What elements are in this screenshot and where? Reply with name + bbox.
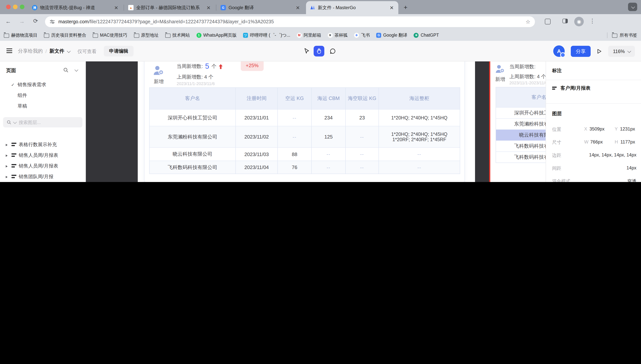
tab-close-icon[interactable]: ✕ — [113, 5, 119, 10]
frame-icon — [12, 164, 16, 168]
search-icon — [6, 120, 12, 125]
side-panel-icon[interactable] — [562, 19, 568, 23]
breadcrumb: 分享给我的 / 新文件 — [18, 48, 70, 54]
hand-tool-button[interactable] — [314, 46, 324, 56]
bookmark-item[interactable]: ツ哔哩哔哩 (゜-゜)つ... — [243, 32, 290, 38]
present-play-button[interactable] — [594, 46, 604, 56]
stat-icon-label: 新增 — [154, 78, 164, 85]
table-row: 飞科数码科技有限公司 — [496, 140, 546, 152]
window-zoom-button[interactable] — [20, 4, 24, 9]
feishu-icon: ✈ — [354, 32, 359, 38]
design-canvas[interactable]: 新增 当周新增数: 5 个 +25% 上周新增数: 4 个 2023/11/1-… — [86, 62, 546, 182]
bookmark-star-icon[interactable]: ☆ — [526, 19, 530, 25]
table-row: 深圳开心科技工贸公司 — [496, 107, 546, 118]
search-input[interactable] — [18, 119, 62, 125]
width-value[interactable]: 766px — [590, 139, 603, 144]
chevron-down-icon[interactable] — [13, 120, 17, 124]
y-value[interactable]: 1231px — [620, 126, 635, 132]
clipped-table: 客户名 深圳开心科技工贸公司 东莞濑粉科技有限公司 晓云科技有限公司 飞科数码科… — [496, 87, 546, 163]
gap-value[interactable]: 14px — [626, 165, 636, 170]
new-tab-button[interactable]: + — [404, 4, 408, 12]
tab-title: 全部订单 - 赫德国际物流订舱系 — [136, 4, 203, 11]
translate-icon: G — [220, 5, 226, 10]
layer-search-box[interactable] — [3, 117, 82, 128]
chevron-down-icon[interactable] — [74, 68, 78, 72]
bilibili-icon: ツ — [243, 32, 248, 38]
cursor-tool-button[interactable] — [302, 46, 312, 56]
frame-icon — [12, 154, 16, 158]
selected-layer-name[interactable]: 客户周/月报表 — [560, 85, 590, 92]
search-icon[interactable] — [63, 67, 69, 74]
address-bar[interactable]: mastergo.com/file/122247377244379?page_i… — [45, 16, 535, 27]
gap-label: 间距 — [552, 165, 561, 172]
reload-icon[interactable]: ⟳ — [33, 18, 38, 24]
bookmark-item[interactable]: MAC使用技巧 — [93, 32, 127, 38]
expander-icon[interactable] — [6, 176, 8, 178]
share-button[interactable]: 分享 — [571, 46, 591, 57]
zoom-level-dropdown[interactable]: 116% — [608, 46, 635, 57]
bookmark-item[interactable]: 1WhatsApp网页版 — [196, 32, 236, 38]
bookmark-item[interactable]: ✕茶杯狐 — [328, 32, 348, 38]
blend-mode-value[interactable]: 穿透 — [627, 178, 636, 182]
bookmark-item[interactable]: GGoogle 翻译 — [376, 32, 407, 38]
layer-item[interactable]: 销售团队周/月报 — [0, 172, 86, 182]
layers-sidebar: 页面 ✓ 销售报表需求 组件 草稿 表格行数展示补充 销售人员周/月报表 销售人… — [0, 62, 86, 182]
profile-avatar[interactable]: ◉ — [574, 17, 584, 26]
margin-label: 边距 — [552, 152, 561, 159]
request-edit-button[interactable]: 申请编辑 — [104, 46, 134, 56]
artboard-customer-report[interactable]: 新增 当周新增数: 5 个 +25% 上周新增数: 4 个 2023/11/1-… — [138, 62, 475, 182]
tab-title: Google 翻译 — [228, 4, 292, 11]
x-value[interactable]: 3509px — [590, 126, 604, 132]
file-name[interactable]: 新文件 — [50, 48, 64, 54]
artboard-customer-report-selected[interactable]: 新增 当周新增数: 上周新增数: 4 个 2023/11/1-2023/11/6… — [489, 62, 546, 182]
expander-icon[interactable] — [6, 165, 8, 167]
browser-tab-active[interactable]: 新文件 - MasterGo ✕ — [306, 1, 398, 14]
bookmark-item[interactable]: ✳ChatGPT — [414, 32, 439, 38]
breadcrumb-root[interactable]: 分享给我的 — [18, 48, 43, 54]
browser-tab[interactable]: ▲ 全部订单 - 赫德国际物流订舱系 ✕ — [124, 1, 215, 14]
browser-tab[interactable]: G Google 翻译 ✕ — [217, 1, 304, 14]
bookmark-item[interactable]: 原型地址 — [134, 32, 158, 38]
layer-item[interactable]: 表格行数展示补充 — [0, 140, 86, 150]
frame-icon — [12, 143, 16, 147]
forward-icon[interactable]: → — [19, 18, 25, 24]
window-minimize-button[interactable] — [13, 4, 18, 9]
expander-icon[interactable] — [6, 144, 8, 146]
bookmark-item[interactable]: 技术网站 — [165, 32, 190, 38]
column-header: 客户名 — [150, 88, 236, 109]
height-value[interactable]: 1177px — [620, 139, 635, 144]
expander-icon[interactable] — [6, 154, 8, 157]
browser-tab[interactable]: 禅 物流管理系统-提Bug - 禅道 ✕ — [28, 1, 123, 14]
comment-tool-button[interactable] — [327, 46, 338, 56]
all-bookmarks[interactable]: 所有书签 — [607, 32, 637, 38]
stat-line-previous: 上周新增数: 4 个 — [177, 74, 213, 80]
bookmark-item[interactable]: 历史项目资料整合 — [44, 32, 86, 38]
page-item[interactable]: 草稿 — [0, 101, 86, 111]
url-text: mastergo.com/file/122247377244379?page_i… — [58, 19, 522, 24]
tab-search-button[interactable] — [628, 3, 637, 11]
bookmark-item[interactable]: 赫德物流项目 — [4, 32, 38, 38]
extensions-icon[interactable] — [545, 19, 550, 24]
bookmark-item[interactable]: ✈飞书 — [354, 32, 370, 38]
margin-value[interactable]: 14px, 14px, 14px, 14px — [589, 152, 636, 158]
main-menu-icon[interactable] — [6, 48, 12, 54]
layer-item[interactable]: 销售人员周/月报表 — [0, 150, 86, 161]
site-settings-icon[interactable] — [50, 19, 55, 24]
page-item[interactable]: ✓ 销售报表需求 — [0, 80, 86, 90]
layer-item[interactable]: 销售人员周/月报表 — [0, 161, 86, 171]
chevron-down-icon[interactable] — [67, 49, 70, 53]
zentao-icon: 禅 — [32, 5, 38, 10]
window-close-button[interactable] — [6, 4, 11, 9]
size-label: 尺寸 — [552, 139, 561, 146]
back-icon[interactable]: ← — [5, 18, 11, 24]
tab-close-icon[interactable]: ✕ — [295, 5, 301, 10]
user-avatar[interactable]: A — [553, 46, 565, 57]
view-only-label: 仅可查看 — [78, 48, 96, 55]
column-header: 空运 KG — [278, 88, 311, 109]
browser-toolbar: ← → ⟳ mastergo.com/file/122247377244379?… — [0, 14, 641, 30]
tab-close-icon[interactable]: ✕ — [389, 5, 394, 10]
page-item[interactable]: 组件 — [0, 90, 86, 100]
menu-kebab-icon[interactable]: ⋮ — [590, 18, 595, 24]
tab-close-icon[interactable]: ✕ — [206, 5, 212, 10]
bookmark-item[interactable]: M阿里邮箱 — [297, 32, 321, 38]
